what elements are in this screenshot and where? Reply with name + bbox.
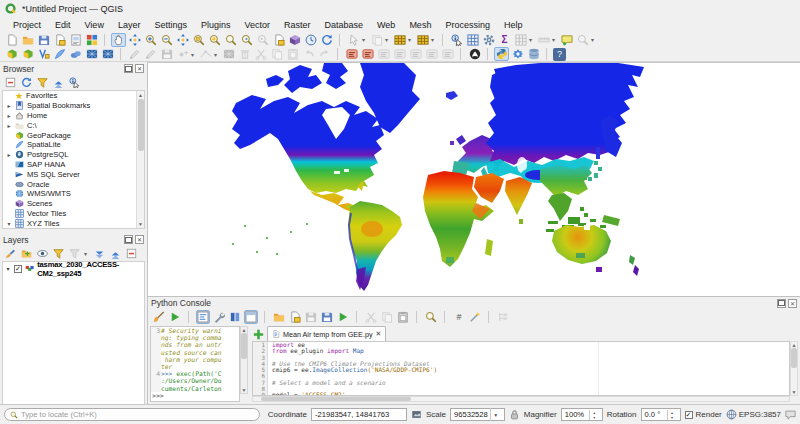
browser-float-button[interactable] xyxy=(124,64,133,73)
zoom-out-icon[interactable] xyxy=(159,33,174,47)
console-help-icon[interactable] xyxy=(228,310,242,324)
filter-by-expression-icon[interactable] xyxy=(68,247,81,260)
layers-float-button[interactable] xyxy=(124,235,133,244)
statistical-summary-icon[interactable] xyxy=(465,33,480,47)
attributes-panel-icon[interactable] xyxy=(513,33,528,47)
clear-console-icon[interactable] xyxy=(152,310,166,324)
search-settings-dropdown[interactable]: ▾ xyxy=(591,36,597,43)
refresh-map-icon[interactable] xyxy=(319,33,334,47)
zoom-full-extent-icon[interactable] xyxy=(175,33,190,47)
browser-item-geopackage[interactable]: GeoPackage xyxy=(3,130,144,140)
editor-horizontal-scrollbar[interactable] xyxy=(252,396,790,402)
browser-item-spatial-bookmarks[interactable]: ▸Spatial Bookmarks xyxy=(3,101,144,111)
rotation-spin-arrows[interactable]: ▴▾ xyxy=(667,410,677,420)
map-tips-icon[interactable] xyxy=(559,33,574,47)
browser-item-c-drive[interactable]: ▸C:\ xyxy=(3,120,144,130)
paste-features-icon[interactable] xyxy=(285,47,300,61)
add-feature-icon[interactable] xyxy=(175,47,190,61)
label-option-icon[interactable] xyxy=(376,47,391,61)
filter-expression-dropdown[interactable]: ▾ xyxy=(84,250,90,257)
console-close-button[interactable]: ✕ xyxy=(788,299,797,308)
run-script-icon[interactable] xyxy=(336,310,350,324)
redo-icon[interactable] xyxy=(317,47,332,61)
new-memory-layer-icon[interactable] xyxy=(68,47,83,61)
shell-scrollbar[interactable]: ▲ ▼ xyxy=(240,326,248,394)
tab-close-icon[interactable]: ✕ xyxy=(375,330,381,338)
rotation-spinbox[interactable]: 0.0 °▴▾ xyxy=(641,408,681,421)
save-script-icon[interactable] xyxy=(304,310,318,324)
help-contents-icon[interactable]: ? xyxy=(553,48,566,61)
refresh-browser-icon[interactable] xyxy=(20,76,33,89)
zoom-to-layer-icon[interactable] xyxy=(207,33,222,47)
pan-map-icon[interactable] xyxy=(111,33,126,47)
console-options-icon[interactable] xyxy=(212,310,226,324)
new-project-icon[interactable] xyxy=(4,33,19,47)
cut-icon[interactable] xyxy=(364,310,378,324)
search-settings-icon[interactable] xyxy=(575,33,590,47)
deselect-dropdown[interactable]: ▾ xyxy=(385,36,391,43)
crs-status[interactable]: EPSG:3857 xyxy=(726,409,781,420)
copy-icon[interactable] xyxy=(380,310,394,324)
messages-icon[interactable] xyxy=(785,409,796,420)
open-project-icon[interactable] xyxy=(20,33,35,47)
open-attribute-table-icon[interactable] xyxy=(392,33,407,47)
label-option-icon[interactable] xyxy=(408,47,423,61)
open-in-external-editor-icon[interactable] xyxy=(288,310,302,324)
menu-view[interactable]: View xyxy=(78,19,111,31)
deselect-features-icon[interactable] xyxy=(369,33,384,47)
new-map-view-icon[interactable] xyxy=(271,33,286,47)
scale-combobox[interactable]: 96532528▼ xyxy=(450,408,505,421)
field-calculator-dropdown[interactable]: ▾ xyxy=(431,36,437,43)
vertex-tool-icon[interactable] xyxy=(198,47,213,61)
new-tab-button[interactable] xyxy=(252,328,264,340)
filter-browser-icon[interactable] xyxy=(36,76,49,89)
menu-processing[interactable]: Processing xyxy=(438,19,497,31)
properties-widget-icon[interactable] xyxy=(68,76,81,89)
sum-statistics-icon[interactable]: Σ xyxy=(497,33,512,47)
browser-item-vector-tiles[interactable]: Vector Tiles xyxy=(3,209,144,219)
label-option-icon[interactable] xyxy=(440,47,455,61)
add-feature-dropdown[interactable]: ▾ xyxy=(191,51,197,58)
paste-icon[interactable] xyxy=(396,310,410,324)
run-command-icon[interactable] xyxy=(168,310,182,324)
label-option-icon[interactable] xyxy=(424,47,439,61)
menu-mesh[interactable]: Mesh xyxy=(402,19,438,31)
new-spatialite-layer-icon[interactable] xyxy=(52,47,67,61)
object-inspector-icon[interactable] xyxy=(496,310,510,324)
zoom-native-icon[interactable] xyxy=(223,33,238,47)
zoom-last-icon[interactable] xyxy=(239,33,254,47)
add-group-icon[interactable] xyxy=(20,247,33,260)
menu-database[interactable]: Database xyxy=(318,19,371,31)
db-manager-icon[interactable] xyxy=(526,47,541,61)
collapse-all-icon[interactable] xyxy=(109,247,122,260)
modify-attributes-icon[interactable] xyxy=(221,47,236,61)
scale-dropdown-arrow[interactable]: ▼ xyxy=(490,408,501,421)
style-manager-icon[interactable] xyxy=(84,33,99,47)
python-shell-prompt[interactable]: >>> xyxy=(152,392,164,400)
add-selected-layers-icon[interactable] xyxy=(4,76,17,89)
extents-toggle-icon[interactable] xyxy=(411,409,422,420)
browser-item-oracle[interactable]: Oracle xyxy=(3,179,144,189)
toggle-comment-icon[interactable]: # xyxy=(452,310,466,324)
new-mesh-layer-icon[interactable] xyxy=(84,47,99,61)
select-features-dropdown[interactable]: ▾ xyxy=(362,36,368,43)
menu-project[interactable]: Project xyxy=(6,19,48,31)
magnifier-spin-arrows[interactable]: ▴▾ xyxy=(589,410,599,420)
locator-search-input[interactable]: Type to locate (Ctrl+K) xyxy=(4,408,260,421)
show-editor-icon[interactable] xyxy=(196,310,210,324)
cut-features-icon[interactable] xyxy=(253,47,268,61)
toggle-editing-icon[interactable] xyxy=(143,47,158,61)
attribute-table-dropdown[interactable]: ▾ xyxy=(408,36,414,43)
browser-item-wms[interactable]: WMS/WMTS xyxy=(3,189,144,199)
measure-line-icon[interactable] xyxy=(536,33,551,47)
browser-item-postgresql[interactable]: ▸PostgreSQL xyxy=(3,150,144,160)
map-canvas[interactable] xyxy=(148,62,800,296)
save-script-as-icon[interactable] xyxy=(320,310,334,324)
find-text-icon[interactable] xyxy=(424,310,438,324)
browser-close-button[interactable]: ✕ xyxy=(135,64,144,73)
menu-raster[interactable]: Raster xyxy=(277,19,318,31)
layer-visibility-checkbox[interactable]: ✓ xyxy=(14,265,22,273)
dock-console-icon[interactable] xyxy=(244,310,258,324)
open-script-icon[interactable] xyxy=(272,310,286,324)
save-layer-edits-icon[interactable] xyxy=(159,47,174,61)
